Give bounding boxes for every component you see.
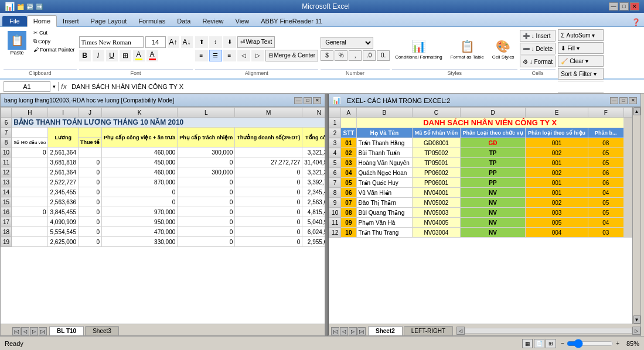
sheet-tab-bl-t10[interactable]: BL T10 — [49, 326, 84, 335]
cell-18j[interactable]: 0 — [78, 227, 101, 237]
cell-14m[interactable]: 0 — [235, 187, 302, 197]
cell-r2-phanloai-so[interactable]: Phân loại theo số hiệu — [526, 128, 588, 138]
cell-r7-loai[interactable]: PP — [460, 178, 526, 188]
underline-button[interactable]: U — [106, 50, 118, 61]
cell-r10-loai[interactable]: NV — [460, 208, 526, 218]
cell-14h[interactable] — [12, 187, 48, 197]
italic-button[interactable]: I — [93, 50, 104, 61]
cell-r2-hoten[interactable]: Họ Và Tên — [356, 128, 413, 138]
cell-19h[interactable] — [12, 237, 48, 247]
cell-14l[interactable]: 0 — [178, 187, 235, 197]
right-pane-close[interactable]: ✕ — [629, 97, 637, 104]
right-col-h-f[interactable]: F — [588, 108, 623, 118]
cut-button[interactable]: ✂ Cut — [32, 29, 77, 36]
right-row-h-1[interactable]: 1 — [329, 118, 341, 128]
right-col-h-c[interactable]: C — [413, 108, 461, 118]
wrap-text-button[interactable]: ⏎ Wrap Text — [237, 36, 275, 48]
cell-18k[interactable]: 470,000 — [101, 227, 177, 237]
cell-13h[interactable] — [12, 177, 48, 187]
cell-17i[interactable]: 4,090,909 — [48, 217, 79, 227]
cell-19k[interactable]: 330,000 — [101, 237, 177, 247]
sheet-nav-next[interactable]: ▷ — [30, 327, 38, 335]
cell-15l[interactable]: 0 — [178, 197, 235, 207]
decimal-increase-button[interactable]: .0 — [363, 50, 376, 61]
font-shrink-button[interactable]: A↓ — [181, 36, 193, 48]
row-h-14[interactable]: 14 — [1, 187, 12, 197]
right-row-h-9[interactable]: 9 — [329, 198, 341, 208]
cell-12l[interactable]: 300,000 — [178, 167, 235, 177]
cell-r12-stt[interactable]: 10 — [341, 228, 356, 238]
cell-11n[interactable]: 31,404,545 — [302, 157, 325, 167]
cell-12h[interactable] — [12, 167, 48, 177]
cell-title[interactable]: BẢNG THANH TOÁN LƯƠNG THÁNG 10 NĂM 2010 — [12, 118, 325, 128]
cell-r3-name[interactable]: Trần Thanh Hằng — [356, 138, 413, 148]
right-pane-minimize[interactable]: — — [610, 97, 618, 104]
tab-view[interactable]: View — [230, 16, 255, 26]
clear-button[interactable]: 🧹 Clear ▾ — [558, 55, 603, 67]
close-btn[interactable]: ✕ — [630, 2, 639, 11]
cell-r6-loai[interactable]: PP — [460, 168, 526, 178]
merge-center-button[interactable]: ⊟ Merge & Center — [265, 50, 319, 61]
font-size-input[interactable] — [145, 36, 166, 48]
bold-button[interactable]: B — [79, 50, 91, 61]
font-color-button[interactable]: A — [146, 50, 158, 61]
row-h-11[interactable]: 11 — [1, 157, 12, 167]
fill-button[interactable]: ⬇ Fill ▾ — [558, 42, 603, 54]
align-center-button[interactable]: ☰ — [209, 50, 222, 61]
right-hscrollbar[interactable]: ◁ ▷ — [456, 326, 640, 335]
cell-r5-name[interactable]: Hoàng Văn Nguyên — [356, 158, 413, 168]
cell-r6-stt[interactable]: 04 — [341, 168, 356, 178]
cell-r6-so[interactable]: 002 — [526, 168, 588, 178]
cell-19n[interactable]: 2,955,000 — [302, 237, 325, 247]
tab-formulas[interactable]: Formulas — [132, 16, 171, 26]
right-vscrollbar[interactable]: ▲ ▼ — [632, 107, 640, 324]
cell-16i[interactable]: 3,845,455 — [48, 207, 79, 217]
cell-r2-phanb[interactable]: Phân b... — [588, 128, 623, 138]
cell-17n[interactable]: 5,040,909 — [302, 217, 325, 227]
cell-r2-phanloai-chuc[interactable]: Phân Loại theo chức vụ — [460, 128, 526, 138]
right-row-h-5[interactable]: 5 — [329, 158, 341, 168]
cell-15h[interactable] — [12, 197, 48, 207]
right-sheet-nav-next[interactable]: ▷ — [349, 327, 357, 335]
cell-16h[interactable]: 0 — [12, 207, 48, 217]
cell-13m[interactable]: 0 — [235, 177, 302, 187]
col-h-h[interactable]: H — [12, 108, 48, 118]
cell-r7-so[interactable]: 001 — [526, 178, 588, 188]
format-button[interactable]: ⚙ ↓ Format — [520, 56, 556, 67]
right-sheet-nav-first[interactable]: |◁ — [331, 327, 339, 335]
cell-r8-last[interactable]: 04 — [588, 188, 623, 198]
cell-r6-ma[interactable]: PP06002 — [413, 168, 461, 178]
cell-14n[interactable]: 2,345,455 — [302, 187, 325, 197]
cell-r7-name[interactable]: Trần Quốc Huy — [356, 178, 413, 188]
cell-r10-name[interactable]: Bùi Quang Thắng — [356, 208, 413, 218]
cell-17l[interactable]: 0 — [178, 217, 235, 227]
conditional-formatting-button[interactable]: 📊 Conditional Formatting — [392, 36, 445, 61]
zoom-out-icon[interactable]: − — [561, 340, 564, 346]
cell-r12-loai[interactable]: NV — [460, 228, 526, 238]
cell-r8-stt[interactable]: 06 — [341, 188, 356, 198]
right-sheet-nav-last[interactable]: ▷| — [357, 327, 366, 335]
row-h-7[interactable]: 7 — [1, 128, 12, 138]
cell-reference-box[interactable]: A1 — [4, 81, 50, 92]
right-sheet-tab-leftright[interactable]: LEFT-RIGHT — [404, 326, 453, 335]
align-left-button[interactable]: ≡ — [195, 50, 208, 61]
cell-r3-ma[interactable]: GĐ08001 — [413, 138, 461, 148]
right-row-h-12[interactable]: 12 — [329, 228, 341, 238]
cell-r4-stt[interactable]: 02 — [341, 148, 356, 158]
row-h-16[interactable]: 16 — [1, 207, 12, 217]
cell-r11-loai[interactable]: NV — [460, 218, 526, 228]
cell-thuong[interactable]: Thưởng doanh số(3%DT) — [235, 128, 302, 147]
cell-styles-button[interactable]: 🎨 Cell Styles — [489, 36, 517, 61]
cell-r3-stt[interactable]: 01 — [341, 138, 356, 148]
cell-18n[interactable]: 6,024,545 — [302, 227, 325, 237]
row-h-15[interactable]: 15 — [1, 197, 12, 207]
right-pane-restore[interactable]: □ — [619, 97, 628, 104]
cell-r11-stt[interactable]: 09 — [341, 218, 356, 228]
align-middle-button[interactable]: ↕ — [209, 36, 222, 48]
window-controls[interactable]: — □ ✕ — [609, 2, 639, 11]
right-row-h-11[interactable]: 11 — [329, 218, 341, 228]
tab-abby[interactable]: ABBY FineReader 11 — [255, 16, 328, 26]
row-h-8[interactable]: 8 — [1, 138, 12, 147]
border-button[interactable]: ⊞ — [120, 50, 131, 61]
cell-16m[interactable]: 0 — [235, 207, 302, 217]
